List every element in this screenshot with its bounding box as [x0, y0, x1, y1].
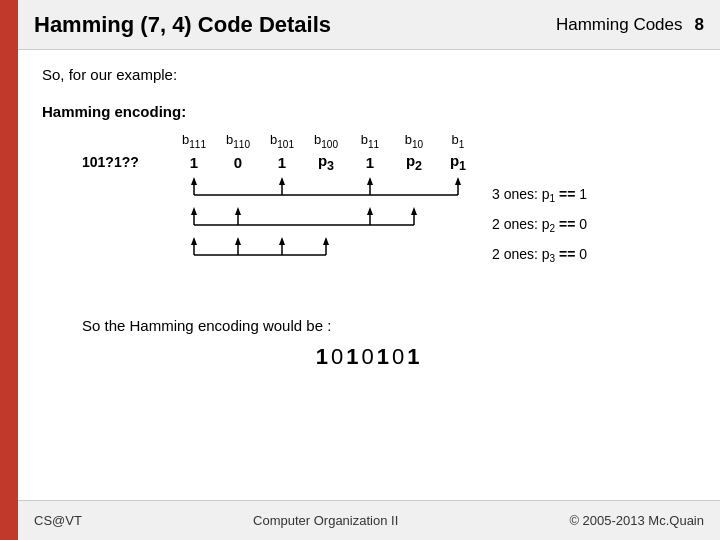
svg-marker-15	[235, 207, 241, 215]
bit-header-6: b1	[436, 132, 480, 150]
svg-text:2 ones: p2 == 0: 2 ones: p2 == 0	[492, 216, 587, 234]
bit-header-4: b11	[348, 132, 392, 150]
svg-text:3 ones: p1 == 1: 3 ones: p1 == 1	[492, 186, 587, 204]
svg-marker-23	[191, 237, 197, 245]
footer-center: Computer Organization II	[253, 513, 398, 528]
footer-bar: CS@VT Computer Organization II © 2005-20…	[18, 500, 720, 540]
bit-header-2: b101	[260, 132, 304, 150]
svg-text:2 ones: p3 == 0: 2 ones: p3 == 0	[492, 246, 587, 264]
header-right: Hamming Codes 8	[556, 15, 704, 35]
encoding-area: b111 b110 b101 b100 b11 b10 b1 101?1?? 1…	[82, 132, 696, 297]
footer-left: CS@VT	[34, 513, 82, 528]
bit-val-0: 1	[172, 154, 216, 171]
bit-val-3: p3	[304, 152, 348, 173]
encoding-result: 1010101	[42, 344, 696, 370]
svg-marker-6	[279, 177, 285, 185]
bit-header-1: b110	[216, 132, 260, 150]
svg-marker-17	[411, 207, 417, 215]
bit-header-0: b111	[172, 132, 216, 150]
bit-header-5: b10	[392, 132, 436, 150]
row-label: 101?1??	[82, 154, 172, 170]
arrows-svg: 3 ones: p1 == 1 2 ones: p2 == 0 2 ones: …	[172, 177, 720, 297]
bit-headers-row: b111 b110 b101 b100 b11 b10 b1	[172, 132, 696, 150]
svg-marker-8	[455, 177, 461, 185]
bit-val-2: 1	[260, 154, 304, 171]
svg-marker-26	[323, 237, 329, 245]
data-row: 101?1?? 1 0 1 p3 1 p2 p1	[82, 152, 696, 173]
page-number: 8	[695, 15, 704, 35]
footer-right: © 2005-2013 Mc.Quain	[569, 513, 704, 528]
svg-marker-24	[235, 237, 241, 245]
svg-marker-25	[279, 237, 285, 245]
header-bar: Hamming (7, 4) Code Details Hamming Code…	[18, 0, 720, 50]
red-accent-bar	[0, 0, 18, 540]
svg-marker-5	[191, 177, 197, 185]
svg-marker-7	[367, 177, 373, 185]
svg-marker-16	[367, 207, 373, 215]
intro-text: So, for our example:	[42, 66, 696, 83]
so-text: So the Hamming encoding would be :	[82, 317, 696, 334]
bit-header-3: b100	[304, 132, 348, 150]
arrows-area: 3 ones: p1 == 1 2 ones: p2 == 0 2 ones: …	[172, 177, 696, 297]
bit-val-4: 1	[348, 154, 392, 171]
svg-marker-14	[191, 207, 197, 215]
encoding-label: Hamming encoding:	[42, 103, 696, 120]
main-content: So, for our example: Hamming encoding: b…	[18, 50, 720, 500]
bit-val-5: p2	[392, 152, 436, 173]
page-title: Hamming (7, 4) Code Details	[34, 12, 331, 38]
header-subtitle: Hamming Codes	[556, 15, 683, 35]
bit-val-1: 0	[216, 154, 260, 171]
bit-val-6: p1	[436, 152, 480, 173]
